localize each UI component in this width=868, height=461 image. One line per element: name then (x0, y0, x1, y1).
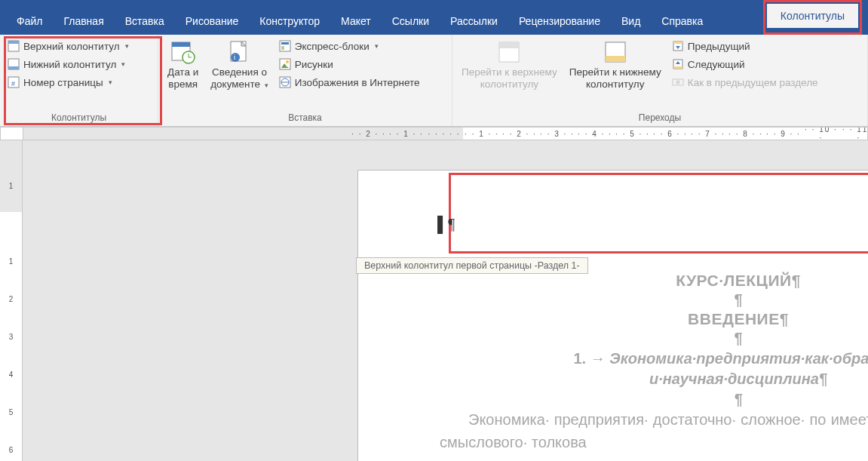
tab-home[interactable]: Главная (53, 8, 114, 35)
paragraph: Экономика· предприятия· достаточно· слож… (440, 408, 868, 453)
vertical-ruler[interactable]: 11234567 (0, 140, 23, 461)
ribbon: Верхний колонтитул ▾ Нижний колонтитул ▾… (0, 35, 868, 127)
ruler-tick: 6 (9, 431, 14, 461)
pictures-label: Рисунки (295, 59, 333, 70)
previous-icon (672, 40, 684, 52)
tab-draw[interactable]: Рисование (175, 8, 250, 35)
goto-header-button[interactable]: Перейти к верхнемуколонтитулу (457, 38, 562, 111)
chevron-down-icon: ▾ (375, 42, 379, 50)
highlight-active-tab: Колонтитулы (763, 0, 862, 35)
quick-parts-label: Экспресс-блоки (295, 41, 370, 52)
next-label: Следующий (688, 59, 745, 70)
label-line: Сведения о (212, 66, 267, 78)
tab-references[interactable]: Ссылки (382, 8, 440, 35)
tab-review[interactable]: Рецензирование (508, 8, 611, 35)
tab-help[interactable]: Справка (651, 8, 713, 35)
ribbon-group-label: Вставка (163, 111, 447, 124)
ruler-tick: · · 1 · · (463, 130, 501, 138)
tab-mailings[interactable]: Рассылки (440, 8, 508, 35)
page-number-dropdown[interactable]: # Номер страницы ▾ (5, 74, 153, 91)
document-page[interactable]: ▌¶ Верхний колонтитул первой страницы -Р… (358, 171, 868, 461)
ruler-tick: · · 5 · · (614, 130, 652, 138)
date-time-button[interactable]: Дата ивремя (163, 38, 203, 111)
document-info-dropdown[interactable]: i Сведения одокументе ▾ (206, 38, 273, 111)
svg-rect-32 (673, 66, 682, 69)
empty-para: ¶ (440, 291, 868, 309)
subheading-line2: и·научная·дисциплина¶ (440, 370, 868, 388)
ruler-tick: · · 6 · · (652, 130, 689, 138)
ruler-tick: 4 (9, 355, 14, 393)
label-line: колонтитулу (480, 78, 538, 90)
ruler-tick: · · 8 · · (727, 130, 765, 138)
ruler-tick: · · 2 · · (501, 130, 538, 138)
tab-layout[interactable]: Макет (330, 8, 382, 35)
svg-rect-17 (281, 46, 284, 50)
page-number-dropdown-label: Номер страницы (23, 77, 103, 88)
tab-file[interactable]: Файл (6, 8, 53, 35)
svg-rect-16 (281, 42, 289, 45)
footer-dropdown[interactable]: Нижний колонтитул ▾ (5, 56, 153, 72)
svg-point-20 (286, 60, 289, 63)
link-icon (672, 76, 684, 88)
footer-icon (8, 58, 20, 70)
chevron-down-icon: ▾ (265, 81, 268, 89)
ruler-tick: · · 10 · · (802, 127, 840, 140)
ruler-tick: · · 9 · · (765, 130, 802, 138)
header-icon (8, 40, 20, 52)
subheading: 1. → Экономика·предприятия·как·образова (440, 350, 868, 367)
next-button[interactable]: Следующий (669, 56, 821, 72)
horizontal-ruler[interactable]: · · 2 · ·· · 1 · ·· · · · ·· · 1 · ·· · … (23, 127, 868, 140)
goto-header-icon (496, 39, 522, 65)
ribbon-tabs-bar: Файл Главная Вставка Рисование Конструкт… (0, 0, 868, 35)
previous-label: Предыдущий (688, 41, 750, 52)
header-area[interactable]: ▌¶ (358, 171, 868, 257)
document-body: КУРС·ЛЕКЦИЙ¶ ¶ ВВЕДЕНИЕ¶ ¶ 1. → Экономик… (358, 260, 868, 453)
label-line: документе (210, 78, 260, 90)
quick-parts-icon (279, 40, 291, 52)
goto-footer-button[interactable]: Перейти к нижнемуколонтитулу (565, 38, 666, 111)
picture-icon (279, 58, 291, 70)
header-dropdown[interactable]: Верхний колонтитул ▾ (5, 38, 153, 54)
list-number: 1. → (573, 350, 609, 367)
ruler-tick: · · 2 · · (350, 130, 388, 138)
previous-button[interactable]: Предыдущий (669, 38, 821, 54)
svg-point-13 (231, 53, 240, 62)
ruler-tick: 2 (9, 280, 14, 318)
link-to-previous-button[interactable]: Как в предыдущем разделе (669, 74, 821, 91)
ruler-tick: · · · · · (425, 130, 463, 138)
ribbon-group-label: Переходы (457, 111, 863, 124)
quick-parts-dropdown[interactable]: Экспресс-блоки ▾ (276, 38, 423, 54)
subheading-text: Экономика·предприятия·как·образова (609, 350, 868, 367)
tab-header-footer[interactable]: Колонтитулы (767, 4, 858, 28)
svg-rect-29 (673, 41, 682, 44)
chevron-down-icon: ▾ (109, 78, 112, 86)
heading: ВВЕДЕНИЕ¶ (440, 310, 868, 328)
ruler-tick: · · 4 · · (576, 130, 614, 138)
document-info-icon: i (226, 39, 252, 65)
online-picture-icon (279, 76, 291, 88)
ruler-tick: · · 3 · · (538, 130, 576, 138)
tab-view[interactable]: Вид (611, 8, 651, 35)
document-workspace: ▌¶ Верхний колонтитул первой страницы -Р… (23, 140, 868, 461)
pictures-button[interactable]: Рисунки (276, 56, 423, 72)
svg-text:i: i (234, 54, 235, 61)
goto-footer-icon (603, 39, 628, 65)
page-number-icon: # (8, 76, 20, 88)
label-line: время (168, 78, 198, 90)
calendar-clock-icon (170, 39, 196, 65)
chevron-down-icon: ▾ (121, 60, 125, 68)
next-icon (672, 58, 684, 70)
header-dropdown-label: Верхний колонтитул (23, 41, 120, 52)
svg-rect-25 (499, 42, 519, 48)
tab-design[interactable]: Конструктор (249, 8, 330, 35)
footer-dropdown-label: Нижний колонтитул (23, 59, 116, 70)
tab-insert[interactable]: Вставка (115, 8, 175, 35)
ruler-tick: · · 11 · · (840, 127, 868, 140)
ruler-corner (0, 127, 23, 140)
svg-rect-7 (172, 42, 190, 47)
svg-rect-27 (606, 56, 625, 62)
heading: КУРС·ЛЕКЦИЙ¶ (440, 272, 868, 290)
svg-rect-1 (8, 41, 19, 44)
ribbon-group-label: Колонтитулы (5, 111, 153, 124)
online-pictures-button[interactable]: Изображения в Интернете (276, 74, 423, 91)
